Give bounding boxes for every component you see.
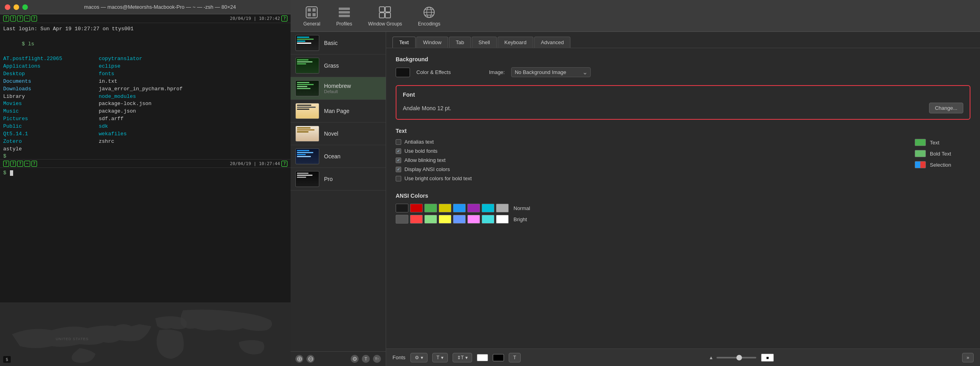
- size-bottom-btn[interactable]: ⇕T ▾: [453, 353, 472, 362]
- text-section-label: Text: [396, 128, 970, 134]
- bold-fonts-label: Use bold fonts: [404, 148, 437, 154]
- blinking-checkbox[interactable]: ✓: [396, 158, 401, 163]
- tab-keyboard[interactable]: Keyboard: [498, 37, 533, 48]
- font-up-btn[interactable]: T↑: [373, 355, 381, 363]
- profile-item-manpage[interactable]: Man Page: [291, 100, 386, 123]
- bold-fonts-checkbox[interactable]: ✓: [396, 148, 401, 154]
- ansi-bright-0[interactable]: [396, 215, 408, 224]
- size-value: ■: [766, 355, 769, 360]
- profile-item-pro[interactable]: Pro: [291, 168, 386, 191]
- ansi-bright-6[interactable]: [482, 215, 494, 224]
- ansi-normal-1[interactable]: [410, 204, 423, 212]
- antialias-label: Antialias text: [404, 139, 434, 145]
- profile-item-novel[interactable]: Novel: [291, 123, 386, 145]
- shell-indicator: $: [3, 356, 11, 363]
- terminal-title: macos — macos@Meteorshs-Macbook-Pro — ~ …: [34, 4, 286, 10]
- terminal-status-badges-2: ? ? ? ~ ?: [3, 161, 37, 167]
- q-badge-2: ?: [281, 161, 287, 167]
- profile-info-basic: Basic: [324, 40, 381, 46]
- checkbox-bold-fonts: ✓ Use bold fonts: [396, 148, 896, 154]
- font-size-btn[interactable]: T: [362, 355, 370, 363]
- gear-bottom-btn[interactable]: ⚙ ▾: [410, 353, 428, 362]
- bg-color-swatch[interactable]: [396, 68, 410, 77]
- profile-info-novel: Novel: [324, 130, 381, 137]
- prefs-main: Text Window Tab Shell Keyboard Advanced …: [386, 32, 980, 366]
- svg-rect-12: [379, 13, 385, 18]
- timestamp-2: 20/04/19 | 10:27:44: [230, 161, 280, 166]
- ansi-bright-4[interactable]: [453, 215, 466, 224]
- svg-rect-6: [312, 13, 316, 16]
- black-box: [493, 354, 504, 361]
- ansi-normal-0[interactable]: [396, 204, 408, 212]
- profile-item-grass[interactable]: Grass: [291, 55, 386, 77]
- terminal-session-2[interactable]: $: [0, 168, 291, 302]
- toolbar-window-groups[interactable]: Window Groups: [368, 5, 402, 27]
- profile-item-basic[interactable]: Basic: [291, 32, 386, 55]
- ansi-normal-7[interactable]: [496, 204, 509, 212]
- ansi-normal-row: Normal: [396, 204, 970, 212]
- profile-name-pro: Pro: [324, 176, 381, 182]
- bright-bold-label: Use bright colors for bold text: [404, 175, 472, 181]
- tab-shell[interactable]: Shell: [472, 37, 497, 48]
- image-select[interactable]: No Background Image: [511, 67, 591, 77]
- maximize-button[interactable]: [22, 4, 28, 10]
- text-color-chip[interactable]: [915, 139, 926, 146]
- tab-window[interactable]: Window: [416, 37, 448, 48]
- profile-info-manpage: Man Page: [324, 108, 381, 114]
- terminal-line-login: Last login: Sun Apr 19 10:27:27 on ttys0…: [3, 25, 287, 33]
- profiles-icon: [337, 5, 351, 19]
- antialias-checkbox[interactable]: [396, 139, 401, 145]
- image-select-wrapper[interactable]: No Background Image: [511, 67, 591, 77]
- toolbar-encodings[interactable]: Encodings: [418, 5, 440, 27]
- svg-rect-8: [339, 11, 350, 14]
- remove-profile-button[interactable]: ⊖: [306, 355, 314, 363]
- font-t-btn[interactable]: T: [509, 353, 520, 362]
- general-icon: [305, 5, 319, 19]
- gear-button[interactable]: ⚙: [351, 355, 359, 363]
- bold-text-color-chip[interactable]: [915, 150, 926, 157]
- ansi-bright-7[interactable]: [496, 215, 509, 224]
- prefs-bottom-bar: Fonts ⚙ ▾ T ▾ ⇕T ▾ T: [386, 348, 980, 366]
- profile-item-homebrew[interactable]: Homebrew Default: [291, 77, 386, 100]
- terminal-body[interactable]: Last login: Sun Apr 19 10:27:27 on ttys0…: [0, 23, 291, 159]
- background-section-label: Background: [396, 56, 970, 62]
- ansi-normal-6[interactable]: [482, 204, 494, 212]
- font-size-slider[interactable]: [716, 357, 756, 358]
- ansi-bright-1[interactable]: [410, 215, 423, 224]
- text-section: Text Antialias text ✓: [396, 128, 970, 185]
- toolbar-profiles[interactable]: Profiles: [336, 5, 352, 27]
- profile-thumb-basic: [295, 35, 319, 51]
- profile-name-novel: Novel: [324, 130, 381, 137]
- ansi-checkbox[interactable]: ✓: [396, 167, 401, 172]
- tab-text[interactable]: Text: [392, 37, 416, 48]
- ansi-bright-5[interactable]: [467, 215, 480, 224]
- ansi-normal-4[interactable]: [453, 204, 466, 212]
- terminal-files-row: AT.postflight.22065 Applications Desktop…: [3, 55, 287, 153]
- ansi-normal-2[interactable]: [424, 204, 437, 212]
- change-font-button[interactable]: Change...: [929, 103, 963, 113]
- profile-item-ocean[interactable]: Ocean: [291, 145, 386, 168]
- minimize-button[interactable]: [14, 4, 19, 10]
- selection-color-label: Selection: [930, 162, 951, 168]
- text-bottom-btn[interactable]: T ▾: [432, 353, 448, 362]
- profile-name-grass: Grass: [324, 62, 381, 69]
- tab-tab[interactable]: Tab: [449, 37, 471, 48]
- ansi-normal-5[interactable]: [467, 204, 480, 212]
- selection-color-chip[interactable]: [915, 161, 926, 168]
- close-button[interactable]: [5, 4, 10, 10]
- profile-info-ocean: Ocean: [324, 153, 381, 160]
- nav-prev-btn[interactable]: »: [962, 353, 974, 362]
- profile-name-manpage: Man Page: [324, 108, 381, 114]
- checkbox-blinking: ✓ Allow blinking text: [396, 157, 896, 163]
- svg-rect-4: [312, 8, 316, 12]
- ansi-normal-3[interactable]: [439, 204, 451, 212]
- ansi-bright-3[interactable]: [439, 215, 451, 224]
- toolbar-general[interactable]: General: [303, 5, 320, 27]
- bright-bold-checkbox[interactable]: [396, 176, 401, 181]
- ansi-bright-2[interactable]: [424, 215, 437, 224]
- checkboxes-col: Antialias text ✓ Use bold fonts: [396, 139, 896, 185]
- checkbox-bright-bold: Use bright colors for bold text: [396, 175, 896, 181]
- tab-advanced[interactable]: Advanced: [534, 37, 571, 48]
- add-profile-button[interactable]: ⊕: [295, 355, 303, 363]
- profile-thumb-pro: [295, 171, 319, 187]
